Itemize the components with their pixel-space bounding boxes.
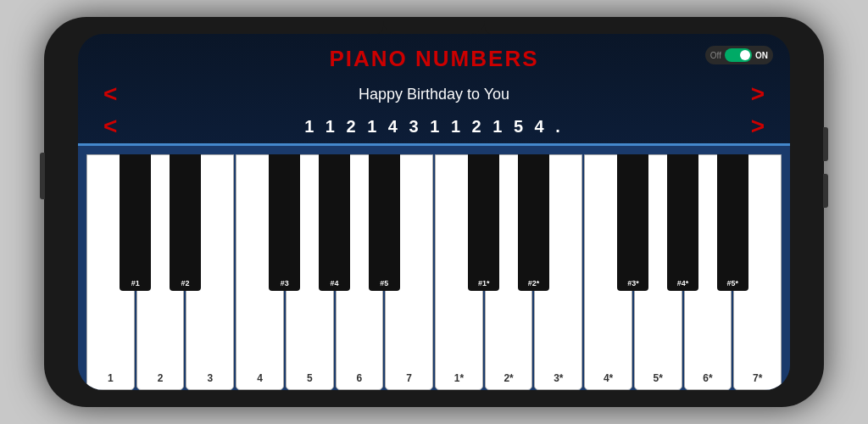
notch-connector-right [485,27,510,34]
white-key-label-3: 3 [207,372,213,384]
white-key-label-6: 6 [357,372,363,384]
black-key-#1[interactable]: #1 [120,154,151,291]
piano-container: 12345671*2*3*4*5*6*7* #1#2#3#4#5#1*#2*#3… [78,143,790,390]
song-row: < Happy Birthday to You > [78,79,790,109]
phone-frame: PIANO NUMBERS Off ON < Happy Birthday to… [44,17,824,407]
song-title: Happy Birthday to You [117,86,750,103]
white-key-label-2: 2 [158,372,164,384]
white-key-label-5*: 5* [654,372,663,384]
power-button-bottom [823,174,828,208]
black-key-label-#5: #5 [380,279,388,287]
app-title: PIANO NUMBERS [329,46,538,72]
white-key-label-4*: 4* [604,372,613,384]
phone-screen: PIANO NUMBERS Off ON < Happy Birthday to… [78,34,790,390]
notes-row: < 1 1 2 1 4 3 1 1 2 1 5 4 . > [78,109,790,143]
toggle-off-label: Off [710,51,721,60]
black-key-label-#5*: #5* [727,279,739,287]
white-key-label-6*: 6* [703,372,712,384]
black-key-#5*[interactable]: #5* [717,154,748,291]
volume-button [40,153,45,199]
white-key-label-4: 4 [257,372,263,384]
black-key-label-#3: #3 [281,279,289,287]
notes-next-button[interactable]: > [751,114,765,138]
notch-connector-left [358,27,383,34]
black-key-#3[interactable]: #3 [269,154,300,291]
piano-keys-wrapper: 12345671*2*3*4*5*6*7* #1#2#3#4#5#1*#2*#3… [86,154,782,390]
black-key-label-#2: #2 [181,279,189,287]
toggle-container[interactable]: Off ON [705,46,773,64]
black-key-#1*[interactable]: #1* [468,154,499,291]
white-key-label-7: 7 [406,372,412,384]
power-button-top [823,127,828,161]
white-key-label-3*: 3* [554,372,563,384]
black-key-label-#1*: #1* [478,279,490,287]
white-key-label-7*: 7* [753,372,762,384]
black-key-#2[interactable]: #2 [170,154,201,291]
black-key-label-#3*: #3* [627,279,639,287]
song-prev-button[interactable]: < [103,82,117,106]
black-key-#4*[interactable]: #4* [667,154,698,291]
black-key-#3*[interactable]: #3* [617,154,648,291]
toggle-on-label: ON [755,51,768,60]
notes-sequence: 1 1 2 1 4 3 1 1 2 1 5 4 . [117,117,750,137]
top-notch [383,17,485,34]
white-key-label-2*: 2* [504,372,513,384]
white-key-label-5: 5 [307,372,313,384]
toggle-switch[interactable] [725,48,752,62]
black-key-label-#1: #1 [131,279,140,287]
black-key-label-#4: #4 [331,279,339,287]
notes-prev-button[interactable]: < [103,114,117,138]
black-key-label-#4*: #4* [677,279,689,287]
app-header: PIANO NUMBERS Off ON [78,34,790,79]
white-key-label-1*: 1* [454,372,464,384]
black-key-#5[interactable]: #5 [369,154,400,291]
song-next-button[interactable]: > [751,82,765,106]
black-key-label-#2*: #2* [528,279,540,287]
toggle-knob [740,50,750,60]
black-key-#2*[interactable]: #2* [518,154,549,291]
black-key-#4[interactable]: #4 [319,154,350,291]
white-key-label-1: 1 [108,372,114,384]
